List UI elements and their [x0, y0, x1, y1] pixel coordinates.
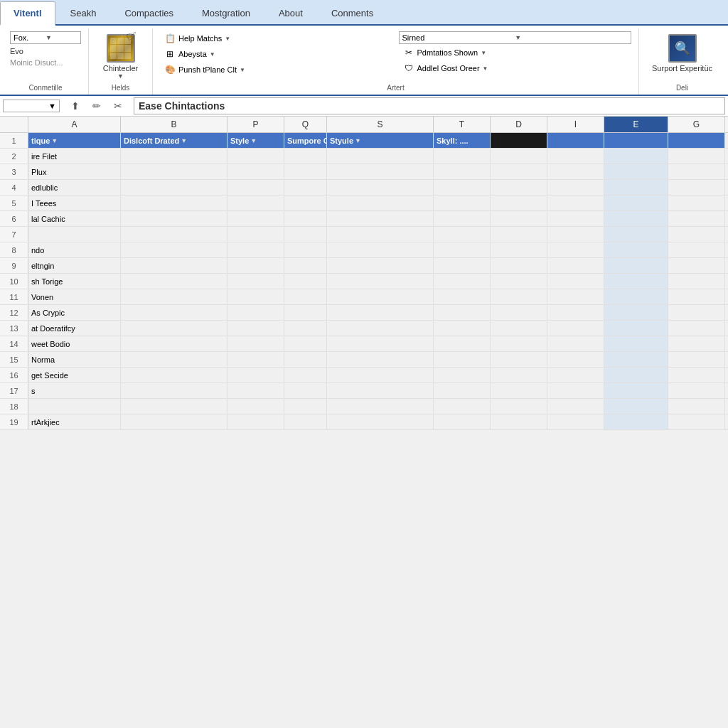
- cell-19-q[interactable]: [284, 414, 327, 429]
- cell-18-g[interactable]: [668, 399, 725, 414]
- cell-10-b[interactable]: [121, 274, 228, 289]
- cell-15-s[interactable]: [327, 352, 434, 367]
- col-header-d[interactable]: D: [491, 117, 547, 132]
- cell-13-b[interactable]: [121, 321, 228, 336]
- cell-17-s[interactable]: [327, 383, 434, 398]
- cell-17-p[interactable]: [228, 383, 284, 398]
- cell-14-g[interactable]: [668, 336, 725, 351]
- cell-1-s[interactable]: Styule ▼: [327, 133, 434, 148]
- tab-mostgration[interactable]: Mostgration: [188, 1, 264, 24]
- cell-7-b[interactable]: [121, 227, 228, 242]
- cell-5-e[interactable]: [604, 196, 668, 210]
- cell-13-p[interactable]: [228, 321, 284, 336]
- cell-7-i[interactable]: [547, 227, 604, 242]
- col-header-t[interactable]: T: [434, 117, 491, 132]
- cell-11-s[interactable]: [327, 289, 434, 304]
- cell-3-e[interactable]: [604, 164, 668, 179]
- cell-14-d[interactable]: [491, 336, 547, 351]
- cell-16-p[interactable]: [228, 368, 284, 382]
- cell-11-e[interactable]: [604, 289, 668, 304]
- cell-3-d[interactable]: [491, 164, 547, 179]
- cell-2-t[interactable]: [434, 149, 491, 164]
- col-header-s[interactable]: S: [327, 117, 434, 132]
- cell-7-e[interactable]: [604, 227, 668, 242]
- cell-17-e[interactable]: [604, 383, 668, 398]
- col-header-g[interactable]: G: [668, 117, 725, 132]
- cell-15-a[interactable]: Norma: [28, 352, 121, 367]
- cell-15-q[interactable]: [284, 352, 327, 367]
- cell-3-b[interactable]: [121, 164, 228, 179]
- cell-6-g[interactable]: [668, 211, 725, 226]
- cell-6-q[interactable]: [284, 211, 327, 226]
- cell-13-d[interactable]: [491, 321, 547, 336]
- cell-18-d[interactable]: [491, 399, 547, 414]
- cell-4-a[interactable]: edlublic: [28, 180, 121, 195]
- cell-10-q[interactable]: [284, 274, 327, 289]
- cell-12-s[interactable]: [327, 305, 434, 320]
- cell-12-p[interactable]: [228, 305, 284, 320]
- cell-2-q[interactable]: [284, 149, 327, 164]
- col-header-i[interactable]: I: [547, 117, 604, 132]
- cell-15-p[interactable]: [228, 352, 284, 367]
- cell-10-t[interactable]: [434, 274, 491, 289]
- cell-11-g[interactable]: [668, 289, 725, 304]
- cell-13-q[interactable]: [284, 321, 327, 336]
- cell-10-a[interactable]: sh Torige: [28, 274, 121, 289]
- cell-19-a[interactable]: rtArkjiec: [28, 414, 121, 429]
- cell-1-b[interactable]: Dislcoft Drated ▼: [121, 133, 228, 148]
- cell-13-g[interactable]: [668, 321, 725, 336]
- cell-2-s[interactable]: [327, 149, 434, 164]
- cell-12-a[interactable]: As Crypic: [28, 305, 121, 320]
- cell-9-q[interactable]: [284, 258, 327, 273]
- cell-16-a[interactable]: get Secide: [28, 368, 121, 382]
- cell-3-g[interactable]: [668, 164, 725, 179]
- cell-10-p[interactable]: [228, 274, 284, 289]
- cell-3-i[interactable]: [547, 164, 604, 179]
- cell-12-b[interactable]: [121, 305, 228, 320]
- cell-9-e[interactable]: [604, 258, 668, 273]
- cell-9-a[interactable]: eltngin: [28, 258, 121, 273]
- cell-11-i[interactable]: [547, 289, 604, 304]
- cell-9-d[interactable]: [491, 258, 547, 273]
- cell-2-i[interactable]: [547, 149, 604, 164]
- cell-4-t[interactable]: [434, 180, 491, 195]
- cell-11-a[interactable]: Vonen: [28, 289, 121, 304]
- cell-1-q[interactable]: Sumpore Creck ▼: [284, 133, 327, 148]
- cell-16-q[interactable]: [284, 368, 327, 382]
- cell-15-e[interactable]: [604, 352, 668, 367]
- cell-6-s[interactable]: [327, 211, 434, 226]
- cell-1-t[interactable]: Skyll: ....: [434, 133, 491, 148]
- cell-5-a[interactable]: I Teees: [28, 196, 121, 210]
- cell-18-e[interactable]: [604, 399, 668, 414]
- cell-14-b[interactable]: [121, 336, 228, 351]
- cell-5-t[interactable]: [434, 196, 491, 210]
- cell-16-s[interactable]: [327, 368, 434, 382]
- cell-6-b[interactable]: [121, 211, 228, 226]
- cell-1-p[interactable]: Style ▼: [228, 133, 284, 148]
- cell-5-s[interactable]: [327, 196, 434, 210]
- cell-14-i[interactable]: [547, 336, 604, 351]
- cell-5-d[interactable]: [491, 196, 547, 210]
- cell-11-b[interactable]: [121, 289, 228, 304]
- cell-5-b[interactable]: [121, 196, 228, 210]
- sort-icon[interactable]: ⬆: [67, 97, 84, 114]
- cell-8-a[interactable]: ndo: [28, 242, 121, 257]
- cell-19-i[interactable]: [547, 414, 604, 429]
- cell-7-s[interactable]: [327, 227, 434, 242]
- cell-11-p[interactable]: [228, 289, 284, 304]
- cell-7-a[interactable]: [28, 227, 121, 242]
- tab-about[interactable]: About: [265, 1, 316, 24]
- cell-8-d[interactable]: [491, 242, 547, 257]
- fox-dropdown[interactable]: Fox. ▼: [10, 31, 81, 44]
- cell-3-q[interactable]: [284, 164, 327, 179]
- tab-vitentl[interactable]: Vitentl: [0, 1, 55, 26]
- cell-5-q[interactable]: [284, 196, 327, 210]
- cell-10-d[interactable]: [491, 274, 547, 289]
- cell-17-t[interactable]: [434, 383, 491, 398]
- cell-11-d[interactable]: [491, 289, 547, 304]
- cell-6-d[interactable]: [491, 211, 547, 226]
- cell-2-e[interactable]: [604, 149, 668, 164]
- cell-5-p[interactable]: [228, 196, 284, 210]
- cell-10-g[interactable]: [668, 274, 725, 289]
- cell-4-s[interactable]: [327, 180, 434, 195]
